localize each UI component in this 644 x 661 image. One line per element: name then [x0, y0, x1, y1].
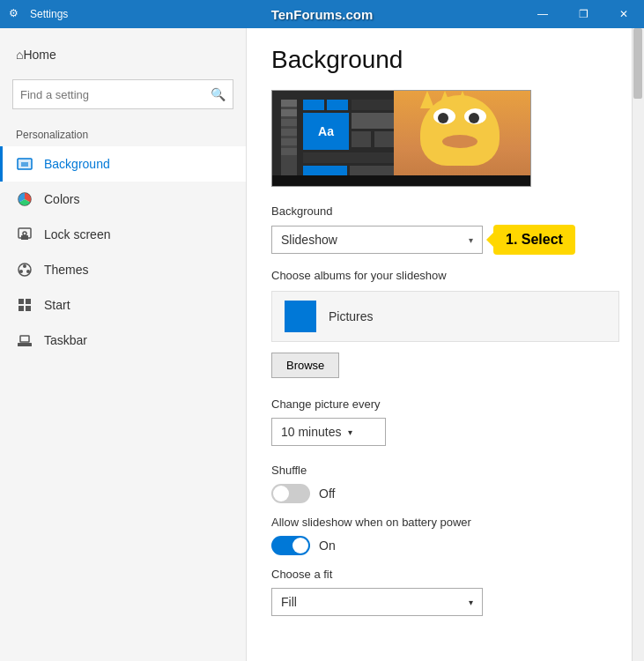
sidebar-item-background[interactable]: Background: [0, 146, 246, 182]
svg-rect-13: [19, 306, 24, 311]
sidebar-label-start: Start: [44, 298, 70, 312]
preview-bottom-bar: [272, 175, 530, 186]
sidebar-label-lock-screen: Lock screen: [44, 227, 110, 241]
titlebar: ⚙ Settings TenForums.com — ❐ ✕: [0, 0, 644, 28]
svg-point-9: [26, 270, 30, 273]
scrollbar-track[interactable]: [632, 28, 644, 661]
change-picture-arrow-icon: ▾: [348, 427, 352, 437]
shuffle-toggle[interactable]: [271, 484, 310, 503]
watermark: TenForums.com: [271, 7, 374, 22]
background-icon: [16, 155, 33, 173]
shuffle-toggle-label: Off: [319, 486, 335, 501]
titlebar-controls: — ❐ ✕: [522, 0, 644, 28]
search-input[interactable]: [20, 88, 211, 101]
svg-rect-16: [20, 336, 29, 342]
sidebar-item-start[interactable]: Start: [0, 287, 246, 323]
svg-rect-6: [23, 232, 26, 235]
shuffle-toggle-row: Off: [271, 484, 619, 503]
colors-icon: [16, 190, 33, 208]
content-area: Background Aa: [247, 28, 644, 661]
browse-button[interactable]: Browse: [271, 353, 339, 378]
album-row[interactable]: Pictures: [271, 291, 619, 342]
fit-label: Choose a fit: [271, 568, 619, 581]
background-dropdown-row: Slideshow ▾ 1. Select: [271, 225, 619, 255]
background-setting-label: Background: [271, 204, 619, 218]
sidebar-item-lock-screen[interactable]: Lock screen: [0, 217, 246, 252]
dropdown-arrow-icon: ▾: [469, 235, 473, 245]
svg-rect-2: [21, 162, 28, 167]
sidebar-label-background: Background: [44, 157, 110, 171]
sidebar-label-colors: Colors: [44, 192, 79, 206]
home-icon: ⌂: [16, 48, 23, 62]
lock-screen-icon: [16, 226, 33, 243]
sidebar-item-home[interactable]: ⌂ Home: [0, 37, 246, 72]
shuffle-label: Shuffle: [271, 464, 619, 477]
shuffle-toggle-knob: [273, 486, 289, 501]
battery-label: Allow slideshow when on battery power: [271, 516, 619, 529]
start-icon: [16, 296, 33, 314]
background-dropdown-value: Slideshow: [281, 233, 337, 247]
sidebar-label-themes: Themes: [44, 263, 89, 277]
sidebar-item-colors[interactable]: Colors: [0, 182, 246, 217]
change-picture-dropdown[interactable]: 10 minutes ▾: [271, 418, 386, 446]
svg-rect-15: [18, 343, 32, 346]
albums-heading: Choose albums for your slideshow: [271, 269, 619, 282]
app-body: ⌂ Home 🔍 Personalization Background: [0, 28, 644, 661]
home-label: Home: [23, 48, 56, 62]
change-picture-label: Change picture every: [271, 397, 619, 411]
album-name: Pictures: [329, 309, 374, 323]
settings-icon: ⚙: [9, 7, 23, 21]
fit-dropdown-arrow-icon: ▾: [469, 598, 473, 607]
background-preview: Aa: [271, 90, 531, 187]
fit-dropdown[interactable]: Fill ▾: [271, 588, 483, 616]
battery-toggle[interactable]: [271, 536, 310, 555]
svg-rect-11: [19, 299, 24, 304]
battery-toggle-row: On: [271, 536, 619, 555]
themes-icon: [16, 261, 33, 279]
minimize-button[interactable]: —: [522, 0, 563, 28]
search-icon: 🔍: [211, 87, 226, 101]
sidebar-item-taskbar[interactable]: Taskbar: [0, 323, 246, 358]
svg-rect-14: [26, 306, 31, 311]
sidebar-label-taskbar: Taskbar: [44, 333, 87, 347]
page-title: Background: [271, 46, 619, 74]
svg-point-8: [23, 264, 26, 268]
battery-toggle-knob: [292, 538, 308, 553]
background-dropdown[interactable]: Slideshow ▾: [271, 226, 483, 254]
maximize-button[interactable]: ❐: [563, 0, 603, 28]
svg-rect-12: [26, 299, 31, 304]
close-button[interactable]: ✕: [603, 0, 644, 28]
taskbar-icon: [16, 331, 33, 349]
fit-dropdown-value: Fill: [281, 595, 297, 609]
battery-toggle-label: On: [319, 538, 336, 553]
section-label: Personalization: [0, 123, 246, 146]
sidebar-item-themes[interactable]: Themes: [0, 252, 246, 287]
change-picture-value: 10 minutes: [281, 425, 341, 439]
titlebar-title: Settings: [30, 8, 68, 20]
search-box[interactable]: 🔍: [12, 79, 233, 109]
album-icon: [285, 301, 316, 332]
sidebar: ⌂ Home 🔍 Personalization Background: [0, 28, 247, 661]
callout-select: 1. Select: [493, 225, 575, 255]
scrollbar-thumb[interactable]: [633, 28, 642, 99]
svg-point-10: [19, 270, 23, 273]
